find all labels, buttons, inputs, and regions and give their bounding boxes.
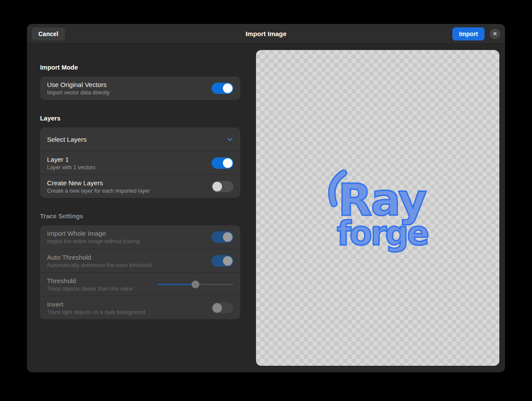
row-subtitle: Trace light objects on a dark background — [47, 309, 206, 315]
invert-toggle — [212, 302, 233, 314]
settings-pane: Import Mode Use Original Vectors Import … — [40, 44, 240, 319]
row-title: Import Whole Image — [47, 230, 206, 237]
layers-card: Select Layers Layer 1 Layer with 1 vecto… — [40, 127, 240, 198]
row-subtitle: Trace objects darker than this value — [47, 286, 152, 292]
header-bar: Import Image Cancel Import ✕ — [27, 24, 505, 44]
row-subtitle: Import vector data directly — [47, 90, 206, 96]
dialog-content: Import Mode Use Original Vectors Import … — [27, 44, 505, 372]
section-header-trace-settings: Trace Settings — [40, 213, 240, 220]
row-auto-threshold: Auto Threshold Automatically determine t… — [40, 249, 240, 272]
row-title: Auto Threshold — [47, 254, 206, 261]
row-layer-1: Layer 1 Layer with 1 vectors — [40, 151, 240, 174]
chevron-down-icon — [226, 136, 233, 143]
section-header-import-mode: Import Mode — [40, 64, 240, 71]
layer-1-toggle[interactable] — [212, 157, 233, 169]
import-image-dialog: Import Image Cancel Import ✕ Import Mode… — [27, 24, 505, 372]
toggle-knob — [212, 182, 222, 191]
row-subtitle: Automatically determine the trace thresh… — [47, 262, 206, 268]
row-subtitle: Layer with 1 vectors — [47, 164, 206, 170]
toggle-knob — [223, 158, 232, 168]
threshold-slider — [157, 281, 233, 288]
import-button[interactable]: Import — [452, 27, 485, 40]
slider-knob — [192, 281, 199, 288]
toggle-knob — [212, 303, 222, 313]
image-preview-canvas[interactable]: Ray forge — [256, 50, 499, 366]
row-select-layers[interactable]: Select Layers — [40, 127, 240, 151]
row-subtitle: Import the entire image without tracing — [47, 238, 206, 244]
row-subtitle: Create a new layer for each imported lay… — [47, 188, 206, 194]
row-import-whole-image: Import Whole Image Import the entire ima… — [40, 225, 240, 249]
auto-threshold-toggle — [212, 255, 233, 267]
header-actions: Import ✕ — [452, 27, 500, 40]
row-title: Use Original Vectors — [47, 81, 206, 88]
row-create-new-layers: Create New Layers Create a new layer for… — [40, 174, 240, 198]
create-new-layers-toggle[interactable] — [212, 181, 233, 192]
toggle-knob — [223, 232, 232, 242]
toggle-knob — [223, 84, 232, 93]
cancel-button[interactable]: Cancel — [32, 27, 65, 40]
row-threshold: Threshold Trace objects darker than this… — [40, 272, 240, 296]
close-button[interactable]: ✕ — [490, 29, 500, 39]
desktop-backdrop: Import Image Cancel Import ✕ Import Mode… — [0, 0, 532, 401]
use-original-vectors-toggle[interactable] — [212, 83, 233, 94]
logo-text-line2: forge — [337, 214, 428, 253]
row-title: Layer 1 — [47, 156, 206, 163]
close-icon: ✕ — [493, 31, 498, 37]
row-title: Create New Layers — [47, 179, 206, 187]
row-title: Threshold — [47, 277, 152, 284]
import-whole-image-toggle — [212, 231, 233, 243]
row-use-original-vectors: Use Original Vectors Import vector data … — [40, 77, 240, 100]
slider-fill — [157, 284, 195, 285]
dialog-title: Import Image — [27, 30, 505, 37]
row-title: Select Layers — [47, 136, 221, 143]
toggle-knob — [223, 256, 232, 266]
row-title: Invert — [47, 301, 206, 308]
section-header-layers: Layers — [40, 115, 240, 122]
rayforge-logo: Ray forge — [256, 50, 499, 366]
trace-settings-card: Import Whole Image Import the entire ima… — [40, 225, 240, 319]
row-invert: Invert Trace light objects on a dark bac… — [40, 296, 240, 319]
import-mode-card: Use Original Vectors Import vector data … — [40, 77, 240, 100]
